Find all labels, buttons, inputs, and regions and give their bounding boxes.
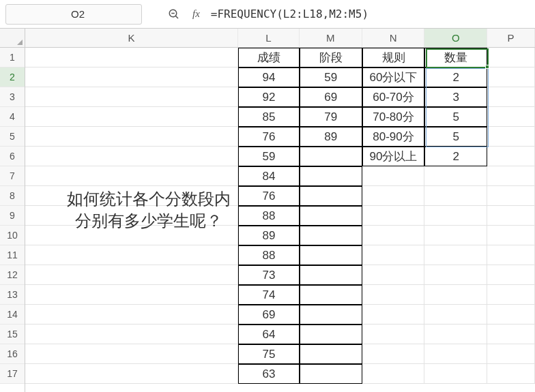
row-header-8[interactable]: 8 xyxy=(0,186,25,206)
row-header-2[interactable]: 2 xyxy=(0,67,25,87)
cell-K10[interactable] xyxy=(25,226,238,245)
name-box-input[interactable] xyxy=(13,8,143,20)
row-header-7[interactable]: 7 xyxy=(0,166,25,186)
row-header-16[interactable]: 16 xyxy=(0,344,25,364)
cell-N3[interactable]: 60-70分 xyxy=(362,87,425,107)
cell-L14[interactable]: 69 xyxy=(238,305,300,325)
cell-M9[interactable] xyxy=(300,206,362,226)
col-header-M[interactable]: M xyxy=(300,29,362,47)
row-header-4[interactable]: 4 xyxy=(0,107,25,127)
cell-M8[interactable] xyxy=(300,186,362,206)
cell-K6[interactable] xyxy=(25,147,238,166)
cell-P10[interactable] xyxy=(487,226,535,245)
cell-N5[interactable]: 80-90分 xyxy=(362,127,425,147)
cell-M4[interactable]: 79 xyxy=(300,107,362,127)
cell-N15[interactable] xyxy=(362,325,425,344)
cell-N12[interactable] xyxy=(362,265,425,285)
cell-N7[interactable] xyxy=(362,166,425,186)
cell-L7[interactable]: 84 xyxy=(238,166,300,186)
cell-N1[interactable]: 规则 xyxy=(362,48,425,67)
cell-N2[interactable]: 60分以下 xyxy=(362,67,425,87)
cell-L1[interactable]: 成绩 xyxy=(238,48,300,67)
row-header-12[interactable]: 12 xyxy=(0,265,25,285)
cell-O15[interactable] xyxy=(424,325,487,344)
cell-O14[interactable] xyxy=(424,305,487,325)
cell-M11[interactable] xyxy=(300,245,362,265)
row-header-17[interactable]: 17 xyxy=(0,364,25,384)
row-header-6[interactable]: 6 xyxy=(0,147,25,166)
cell-P13[interactable] xyxy=(487,285,535,305)
cell-L13[interactable]: 74 xyxy=(238,285,300,305)
cell-P12[interactable] xyxy=(487,265,535,285)
cell-M7[interactable] xyxy=(300,166,362,186)
formula-input[interactable] xyxy=(211,5,530,24)
cell-N11[interactable] xyxy=(362,245,425,265)
cell-O11[interactable] xyxy=(424,245,487,265)
row-header-1[interactable]: 1 xyxy=(0,48,25,67)
cell-O9[interactable] xyxy=(424,206,487,226)
row-header-10[interactable]: 10 xyxy=(0,226,25,245)
cell-K16[interactable] xyxy=(25,344,238,364)
cell-N17[interactable] xyxy=(362,364,425,384)
cell-O10[interactable] xyxy=(424,226,487,245)
zoom-out-icon[interactable] xyxy=(168,8,180,20)
row-header-13[interactable]: 13 xyxy=(0,285,25,305)
cell-P15[interactable] xyxy=(487,325,535,344)
cell-M12[interactable] xyxy=(300,265,362,285)
cell-P8[interactable] xyxy=(487,186,535,206)
row-header-3[interactable]: 3 xyxy=(0,87,25,107)
cell-M17[interactable] xyxy=(300,364,362,384)
cell-K4[interactable] xyxy=(25,107,238,127)
cell-O16[interactable] xyxy=(424,344,487,364)
cell-O2[interactable]: 2 xyxy=(424,67,487,87)
cell-O12[interactable] xyxy=(424,265,487,285)
cell-K3[interactable] xyxy=(25,87,238,107)
grid[interactable]: KLMNOP 成绩阶段规则数量945960分以下2926960-70分38579… xyxy=(25,29,535,392)
cell-N13[interactable] xyxy=(362,285,425,305)
col-header-K[interactable]: K xyxy=(25,29,238,47)
name-box-wrapper[interactable] xyxy=(5,4,142,25)
cell-M5[interactable]: 89 xyxy=(300,127,362,147)
cell-L4[interactable]: 85 xyxy=(238,107,300,127)
cell-O17[interactable] xyxy=(424,364,487,384)
cell-L12[interactable]: 73 xyxy=(238,265,300,285)
cell-N6[interactable]: 90分以上 xyxy=(362,147,425,166)
row-header-11[interactable]: 11 xyxy=(0,245,25,265)
cell-P1[interactable] xyxy=(487,48,535,67)
cell-O6[interactable]: 2 xyxy=(424,147,487,166)
row-header-9[interactable]: 9 xyxy=(0,206,25,226)
cell-O1[interactable]: 数量 xyxy=(424,48,487,67)
cell-O4[interactable]: 5 xyxy=(424,107,487,127)
cell-P7[interactable] xyxy=(487,166,535,186)
cell-M2[interactable]: 59 xyxy=(300,67,362,87)
cell-M1[interactable]: 阶段 xyxy=(300,48,362,67)
cell-M3[interactable]: 69 xyxy=(300,87,362,107)
cell-K15[interactable] xyxy=(25,325,238,344)
col-header-O[interactable]: O xyxy=(424,29,487,47)
cell-L17[interactable]: 63 xyxy=(238,364,300,384)
cell-P16[interactable] xyxy=(487,344,535,364)
cell-P2[interactable] xyxy=(487,67,535,87)
cell-M6[interactable] xyxy=(300,147,362,166)
cell-K1[interactable] xyxy=(25,48,238,67)
fx-icon[interactable]: fx xyxy=(192,8,200,20)
cell-K11[interactable] xyxy=(25,245,238,265)
cell-N10[interactable] xyxy=(362,226,425,245)
cell-M14[interactable] xyxy=(300,305,362,325)
cell-K12[interactable] xyxy=(25,265,238,285)
row-header-14[interactable]: 14 xyxy=(0,305,25,325)
select-all-corner[interactable] xyxy=(0,29,25,48)
cell-L9[interactable]: 88 xyxy=(238,206,300,226)
cell-K9[interactable] xyxy=(25,206,238,226)
cell-L11[interactable]: 88 xyxy=(238,245,300,265)
cell-P9[interactable] xyxy=(487,206,535,226)
cell-O7[interactable] xyxy=(424,166,487,186)
cell-M13[interactable] xyxy=(300,285,362,305)
cell-N4[interactable]: 70-80分 xyxy=(362,107,425,127)
cell-N14[interactable] xyxy=(362,305,425,325)
cell-L6[interactable]: 59 xyxy=(238,147,300,166)
cell-L2[interactable]: 94 xyxy=(238,67,300,87)
cell-P3[interactable] xyxy=(487,87,535,107)
cell-P11[interactable] xyxy=(487,245,535,265)
cell-K2[interactable] xyxy=(25,67,238,87)
